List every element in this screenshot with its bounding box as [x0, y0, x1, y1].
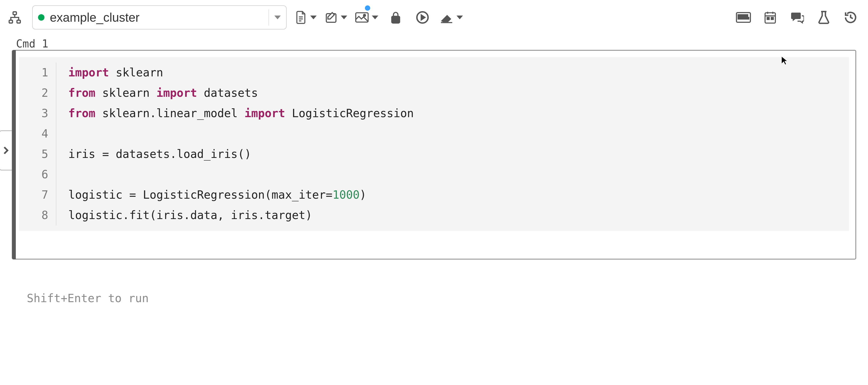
- edit-menu-button[interactable]: [325, 8, 347, 27]
- line-number: 6: [19, 164, 48, 185]
- experiments-button[interactable]: [814, 8, 833, 27]
- mouse-cursor: [781, 56, 787, 65]
- revision-history-button[interactable]: [841, 8, 860, 27]
- svg-rect-0: [13, 12, 17, 14]
- chevron-down-icon: [310, 16, 317, 19]
- cell-active-indicator: [12, 50, 16, 259]
- svg-rect-16: [746, 15, 748, 17]
- run-hint-text: Shift+Enter to run: [0, 260, 868, 305]
- code-line[interactable]: from sklearn.linear_model import Logisti…: [68, 103, 414, 124]
- code-line[interactable]: from sklearn import datasets: [68, 83, 414, 103]
- chevron-down-icon: [372, 16, 378, 19]
- code-line[interactable]: [68, 164, 414, 185]
- clear-menu-button[interactable]: [440, 8, 463, 27]
- line-number: 8: [19, 205, 48, 226]
- view-menu-button[interactable]: [355, 8, 378, 27]
- cluster-name-label: example_cluster: [50, 10, 140, 25]
- line-number-gutter: 12345678: [19, 62, 57, 226]
- cluster-status-dot: [38, 14, 44, 21]
- notebook-cell[interactable]: 12345678 import sklearnfrom sklearn impo…: [12, 50, 856, 260]
- comments-button[interactable]: [787, 8, 806, 27]
- svg-rect-24: [767, 18, 769, 20]
- line-number: 7: [19, 185, 48, 205]
- chevron-down-icon: [341, 16, 347, 19]
- svg-rect-19: [747, 18, 749, 19]
- svg-marker-11: [422, 15, 425, 20]
- svg-rect-25: [771, 18, 773, 20]
- svg-rect-17: [738, 18, 740, 19]
- code-line[interactable]: logistic.fit(iris.data, iris.target): [68, 205, 414, 226]
- notebook-toolbar: example_cluster: [0, 0, 868, 35]
- notification-dot: [365, 5, 370, 11]
- code-line[interactable]: iris = datasets.load_iris(): [68, 144, 414, 164]
- svg-rect-13: [738, 15, 740, 17]
- code-line[interactable]: [68, 124, 414, 144]
- svg-rect-9: [392, 17, 399, 23]
- expand-sidebar-tab[interactable]: [0, 130, 12, 171]
- keyboard-shortcuts-button[interactable]: [734, 8, 753, 27]
- chevron-down-icon: [274, 16, 281, 19]
- code-line[interactable]: import sklearn: [68, 62, 414, 83]
- svg-rect-14: [741, 15, 742, 17]
- code-line[interactable]: logistic = LogisticRegression(max_iter=1…: [68, 185, 414, 205]
- code-content[interactable]: import sklearnfrom sklearn import datase…: [57, 62, 414, 226]
- cluster-selector[interactable]: example_cluster: [32, 5, 287, 29]
- svg-rect-15: [743, 15, 745, 17]
- line-number: 5: [19, 144, 48, 164]
- svg-rect-2: [17, 20, 20, 23]
- svg-rect-1: [9, 20, 12, 23]
- permissions-button[interactable]: [386, 8, 405, 27]
- run-all-button[interactable]: [413, 8, 432, 27]
- schedule-button[interactable]: [761, 8, 780, 27]
- cell-command-label: Cmd 1: [0, 35, 868, 50]
- workspace-tree-button[interactable]: [5, 8, 24, 27]
- line-number: 4: [19, 124, 48, 144]
- chevron-down-icon: [457, 16, 463, 19]
- line-number: 3: [19, 103, 48, 124]
- svg-point-8: [364, 14, 366, 17]
- line-number: 2: [19, 83, 48, 103]
- svg-rect-18: [741, 18, 746, 19]
- code-editor[interactable]: 12345678 import sklearnfrom sklearn impo…: [19, 57, 849, 231]
- file-menu-button[interactable]: [295, 8, 317, 27]
- cluster-caret[interactable]: [269, 9, 281, 26]
- line-number: 1: [19, 62, 48, 83]
